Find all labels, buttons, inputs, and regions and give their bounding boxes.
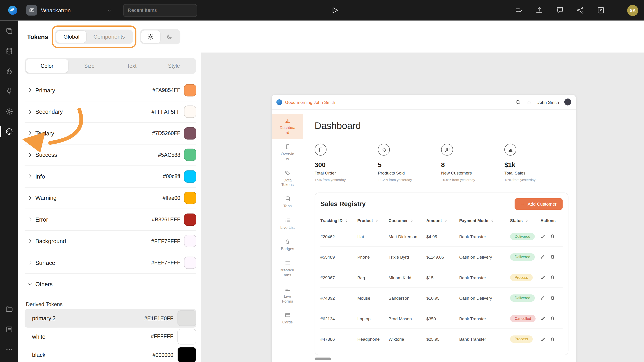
delete-icon[interactable]	[550, 234, 555, 239]
sort-icon[interactable]	[444, 218, 448, 223]
token-color-swatch[interactable]	[184, 235, 196, 247]
token-row-success[interactable]: Success #5AC588	[25, 144, 196, 166]
project-icon[interactable]	[26, 5, 37, 16]
preview-nav-dashboard[interactable]: Dashboard	[272, 114, 303, 139]
derived-token-row-black[interactable]: black #000000	[25, 346, 196, 362]
tab-text[interactable]: Text	[110, 59, 153, 73]
preview-nav-live-list[interactable]: Live List	[272, 214, 303, 234]
token-color-swatch[interactable]	[184, 192, 196, 204]
dark-mode-button[interactable]	[160, 30, 179, 43]
rail-logs[interactable]	[0, 320, 18, 339]
table-row[interactable]: #20462 Hat Matt Dickerson $4.95 Bank Tra…	[320, 226, 563, 247]
delete-icon[interactable]	[550, 295, 555, 301]
checklist-icon[interactable]	[514, 6, 523, 14]
table-row[interactable]: #29367 Bag Miriam Kidd $15 Bank Transfer…	[320, 267, 563, 288]
token-color-swatch[interactable]	[184, 127, 196, 139]
token-row-error[interactable]: Error #B3261EFF	[25, 209, 196, 231]
edit-icon[interactable]	[540, 295, 546, 301]
token-row-warning[interactable]: Warning #ffae00	[25, 188, 196, 209]
play-button[interactable]	[331, 6, 339, 14]
preview-nav-live-forms[interactable]: Live Forms	[272, 282, 303, 307]
rail-connections[interactable]	[0, 82, 18, 100]
tab-color[interactable]: Color	[26, 59, 68, 73]
col-customer[interactable]: Customer	[389, 218, 426, 223]
col-product[interactable]: Product	[357, 218, 388, 223]
token-color-swatch[interactable]	[184, 213, 196, 226]
edit-icon[interactable]	[540, 275, 546, 280]
token-color-swatch[interactable]	[184, 257, 196, 269]
edit-icon[interactable]	[540, 234, 546, 239]
token-row-surface[interactable]: Surface #FEF7FFFF	[25, 252, 196, 274]
recent-items-input[interactable]	[123, 4, 197, 16]
preview-nav-tabs[interactable]: Tabs	[272, 192, 303, 212]
col-tracking-id[interactable]: Tracking ID	[320, 218, 358, 223]
token-row-background[interactable]: Background #FEF7FFFF	[25, 231, 196, 252]
scope-tab-global[interactable]: Global	[56, 30, 86, 42]
tab-size[interactable]: Size	[68, 59, 110, 73]
bell-icon[interactable]	[526, 99, 532, 105]
token-color-swatch[interactable]	[178, 329, 196, 345]
export-icon[interactable]	[597, 6, 605, 14]
token-color-swatch[interactable]	[178, 311, 196, 326]
col-payment-mode[interactable]: Payment Mode	[459, 218, 510, 223]
edit-icon[interactable]	[540, 254, 546, 259]
token-color-swatch[interactable]	[184, 170, 196, 183]
edit-icon[interactable]	[540, 337, 546, 342]
tab-style[interactable]: Style	[153, 59, 195, 73]
product-logo-icon[interactable]	[8, 5, 18, 15]
token-row-tertiary[interactable]: Tertiary #7D5260FF	[25, 123, 196, 144]
delete-icon[interactable]	[550, 275, 555, 280]
table-row[interactable]: #55489 Phone Trixie Byrd $1149.05 Cash o…	[320, 247, 563, 267]
add-customer-button[interactable]: Add Customer	[514, 198, 563, 210]
token-color-swatch[interactable]	[178, 347, 196, 362]
derived-token-row-primary2[interactable]: primary.2 #E1E1E0FF	[25, 309, 196, 327]
chevron-right-icon	[28, 238, 33, 244]
comments-icon[interactable]	[556, 6, 564, 14]
token-row-primary[interactable]: Primary #FA9854FF	[25, 80, 196, 101]
table-row[interactable]: #74392 Mouse Sanderson $10.95 Cash on De…	[320, 288, 563, 308]
rail-pages[interactable]	[0, 22, 18, 40]
col-amount[interactable]: Amount	[426, 218, 459, 223]
sort-icon[interactable]	[490, 218, 494, 223]
token-category-tabs: Color Size Text Style	[25, 58, 196, 74]
token-row-info[interactable]: Info #00c8ff	[25, 166, 196, 187]
horizontal-scrollbar-thumb[interactable]	[314, 358, 331, 360]
edit-icon[interactable]	[540, 316, 546, 321]
token-color-swatch[interactable]	[184, 149, 196, 161]
rail-actions[interactable]	[0, 62, 18, 80]
token-row-secondary[interactable]: Secondary #FFFAF5FF	[25, 101, 196, 123]
table-row[interactable]: #62134 Laptop Brad Mason $350 Bank Trans…	[320, 308, 563, 329]
chevron-down-icon[interactable]	[107, 8, 112, 13]
light-mode-button[interactable]	[141, 30, 160, 43]
derived-token-row-white[interactable]: white #FFFFFF	[25, 328, 196, 346]
sort-icon[interactable]	[375, 218, 378, 223]
table-row[interactable]: #47386 Headphone Wiktoria $25.95 Bank Tr…	[320, 329, 563, 350]
preview-nav-cards[interactable]: Cards	[272, 308, 303, 328]
preview-nav-overview[interactable]: Overview	[272, 140, 303, 165]
delete-icon[interactable]	[550, 316, 555, 321]
rail-settings[interactable]	[0, 102, 18, 120]
upload-icon[interactable]	[535, 6, 544, 14]
token-color-swatch[interactable]	[184, 84, 196, 96]
share-nodes-icon[interactable]	[576, 6, 584, 14]
token-list: Primary #FA9854FF Secondary #FFFAF5FF	[25, 80, 196, 362]
scope-tab-components[interactable]: Components	[86, 30, 132, 42]
rail-more[interactable]	[0, 340, 18, 359]
user-avatar[interactable]: SK	[627, 5, 638, 16]
col-status[interactable]: Status	[510, 218, 540, 223]
sort-icon[interactable]	[410, 218, 413, 223]
preview-nav-breadcrumbs[interactable]: Breadcrumbs	[272, 256, 303, 281]
delete-icon[interactable]	[550, 254, 555, 259]
rail-data[interactable]	[0, 42, 18, 60]
preview-avatar[interactable]	[564, 98, 571, 105]
delete-icon[interactable]	[550, 337, 555, 342]
rail-theme-tokens[interactable]	[0, 122, 18, 140]
sort-icon[interactable]	[345, 218, 348, 223]
search-icon[interactable]	[515, 99, 521, 105]
token-color-swatch[interactable]	[184, 106, 196, 118]
preview-nav-badges[interactable]: Badges	[272, 235, 303, 255]
sort-icon[interactable]	[524, 218, 528, 223]
rail-files[interactable]	[0, 300, 18, 318]
preview-nav-data-tokens[interactable]: Data Tokens	[272, 166, 303, 191]
token-group-others[interactable]: Others	[25, 274, 196, 295]
